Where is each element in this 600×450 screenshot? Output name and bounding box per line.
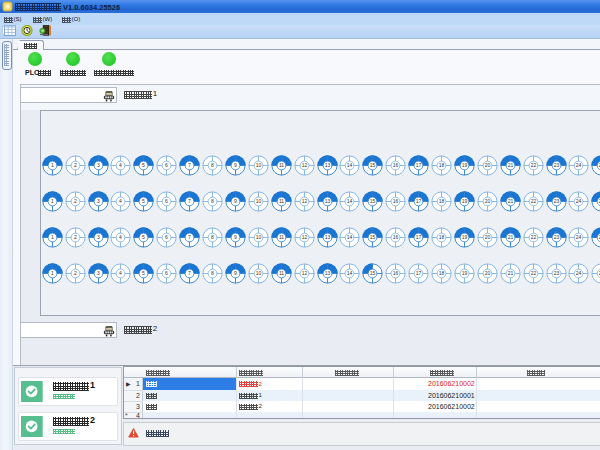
svg-text:3: 3: [97, 270, 100, 276]
svg-text:9: 9: [234, 162, 237, 168]
svg-text:18: 18: [439, 162, 445, 168]
svg-text:8: 8: [211, 234, 214, 240]
svg-text:16: 16: [393, 234, 399, 240]
svg-text:12: 12: [301, 234, 307, 240]
svg-text:7: 7: [188, 198, 191, 204]
svg-text:20: 20: [485, 270, 491, 276]
svg-text:23: 23: [553, 162, 559, 168]
svg-text:14: 14: [347, 270, 353, 276]
svg-text:6: 6: [165, 270, 168, 276]
svg-text:8: 8: [211, 162, 214, 168]
svg-text:18: 18: [439, 234, 445, 240]
svg-text:14: 14: [347, 234, 353, 240]
svg-text:10: 10: [256, 198, 262, 204]
svg-text:1: 1: [51, 198, 54, 204]
svg-text:6: 6: [165, 234, 168, 240]
svg-text:11: 11: [279, 270, 284, 276]
svg-text:17: 17: [416, 198, 422, 204]
svg-text:23: 23: [553, 234, 559, 240]
svg-text:20: 20: [485, 162, 491, 168]
svg-text:21: 21: [507, 270, 513, 276]
svg-text:22: 22: [530, 234, 536, 240]
svg-text:24: 24: [576, 162, 582, 168]
svg-text:17: 17: [416, 162, 422, 168]
svg-text:9: 9: [234, 234, 237, 240]
svg-text:8: 8: [211, 270, 214, 276]
svg-text:24: 24: [576, 270, 582, 276]
svg-text:24: 24: [576, 198, 582, 204]
svg-text:12: 12: [301, 270, 307, 276]
svg-text:5: 5: [142, 234, 145, 240]
svg-text:12: 12: [301, 198, 307, 204]
svg-text:7: 7: [188, 234, 191, 240]
svg-text:14: 14: [347, 162, 353, 168]
svg-text:22: 22: [530, 198, 536, 204]
svg-text:23: 23: [553, 270, 559, 276]
svg-text:15: 15: [370, 270, 376, 276]
svg-text:17: 17: [416, 270, 422, 276]
svg-text:3: 3: [97, 198, 100, 204]
svg-text:16: 16: [393, 162, 399, 168]
svg-text:23: 23: [553, 198, 559, 204]
svg-text:13: 13: [324, 270, 330, 276]
svg-text:18: 18: [439, 270, 445, 276]
svg-text:13: 13: [324, 162, 330, 168]
svg-text:19: 19: [462, 162, 468, 168]
svg-text:18: 18: [439, 198, 445, 204]
svg-text:21: 21: [507, 234, 513, 240]
svg-text:15: 15: [370, 234, 376, 240]
svg-text:15: 15: [370, 162, 376, 168]
svg-text:19: 19: [462, 234, 468, 240]
svg-text:6: 6: [165, 198, 168, 204]
svg-text:4: 4: [120, 270, 123, 276]
svg-text:20: 20: [485, 234, 491, 240]
svg-text:1: 1: [51, 234, 54, 240]
svg-text:14: 14: [347, 198, 353, 204]
svg-text:22: 22: [530, 270, 536, 276]
svg-text:2: 2: [74, 234, 77, 240]
svg-text:9: 9: [234, 270, 237, 276]
svg-text:19: 19: [462, 198, 468, 204]
svg-text:10: 10: [256, 270, 262, 276]
svg-text:8: 8: [211, 198, 214, 204]
svg-text:19: 19: [462, 270, 468, 276]
svg-text:4: 4: [120, 162, 123, 168]
svg-text:5: 5: [142, 162, 145, 168]
svg-text:10: 10: [256, 234, 262, 240]
svg-text:21: 21: [507, 162, 513, 168]
svg-text:7: 7: [188, 162, 191, 168]
svg-text:10: 10: [256, 162, 262, 168]
svg-text:2: 2: [74, 162, 77, 168]
svg-text:13: 13: [324, 234, 330, 240]
svg-text:15: 15: [370, 198, 376, 204]
svg-text:12: 12: [301, 162, 307, 168]
svg-text:2: 2: [74, 270, 77, 276]
svg-text:11: 11: [279, 198, 284, 204]
svg-text:4: 4: [120, 198, 123, 204]
svg-text:5: 5: [142, 198, 145, 204]
svg-text:9: 9: [234, 198, 237, 204]
svg-text:5: 5: [142, 270, 145, 276]
svg-text:21: 21: [507, 198, 513, 204]
svg-text:20: 20: [485, 198, 491, 204]
svg-text:6: 6: [165, 162, 168, 168]
svg-text:16: 16: [393, 270, 399, 276]
svg-text:16: 16: [393, 198, 399, 204]
svg-text:13: 13: [324, 198, 330, 204]
svg-text:4: 4: [120, 234, 123, 240]
svg-text:2: 2: [74, 198, 77, 204]
svg-text:3: 3: [97, 162, 100, 168]
svg-text:11: 11: [279, 162, 284, 168]
svg-text:1: 1: [51, 270, 54, 276]
svg-text:22: 22: [530, 162, 536, 168]
svg-text:17: 17: [416, 234, 422, 240]
svg-text:3: 3: [97, 234, 100, 240]
svg-text:7: 7: [188, 270, 191, 276]
svg-text:24: 24: [576, 234, 582, 240]
svg-text:11: 11: [279, 234, 284, 240]
svg-text:1: 1: [51, 162, 54, 168]
